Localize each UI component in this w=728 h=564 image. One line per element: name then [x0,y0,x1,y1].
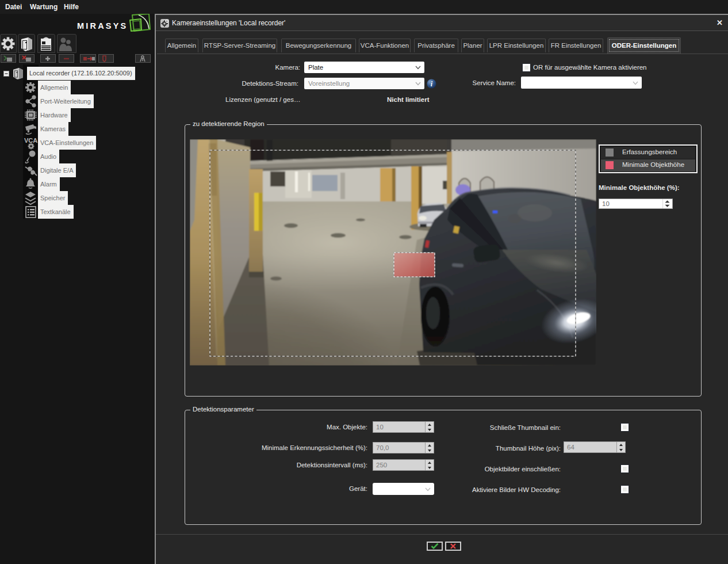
svg-text:VCA: VCA [24,137,37,144]
